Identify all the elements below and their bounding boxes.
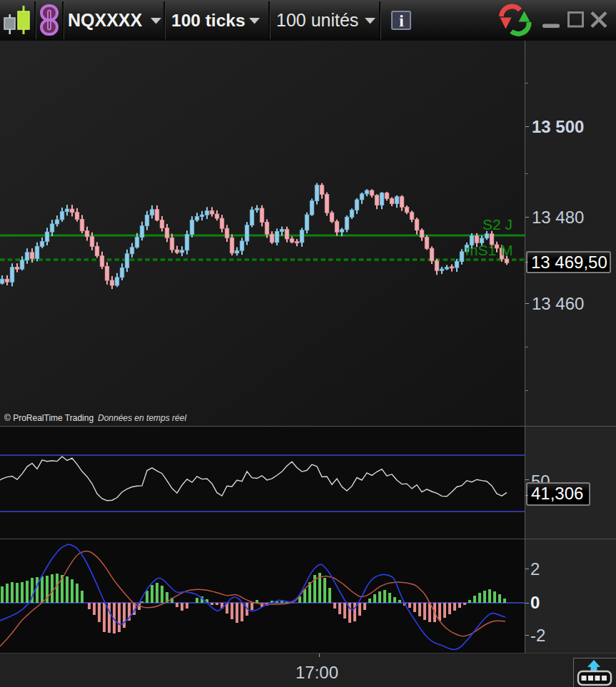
svg-text:i: i — [399, 12, 404, 30]
svg-text:100 unités: 100 unités — [276, 10, 358, 30]
svg-text:© ProRealTime Trading: © ProRealTime Trading — [4, 413, 94, 423]
svg-text:Données en temps réel: Données en temps réel — [98, 413, 186, 423]
svg-text:100 ticks: 100 ticks — [171, 11, 246, 30]
svg-text:NQXXXX: NQXXXX — [68, 10, 143, 30]
svg-text:mS1 M: mS1 M — [465, 242, 513, 258]
svg-text:S2 J: S2 J — [483, 216, 513, 233]
